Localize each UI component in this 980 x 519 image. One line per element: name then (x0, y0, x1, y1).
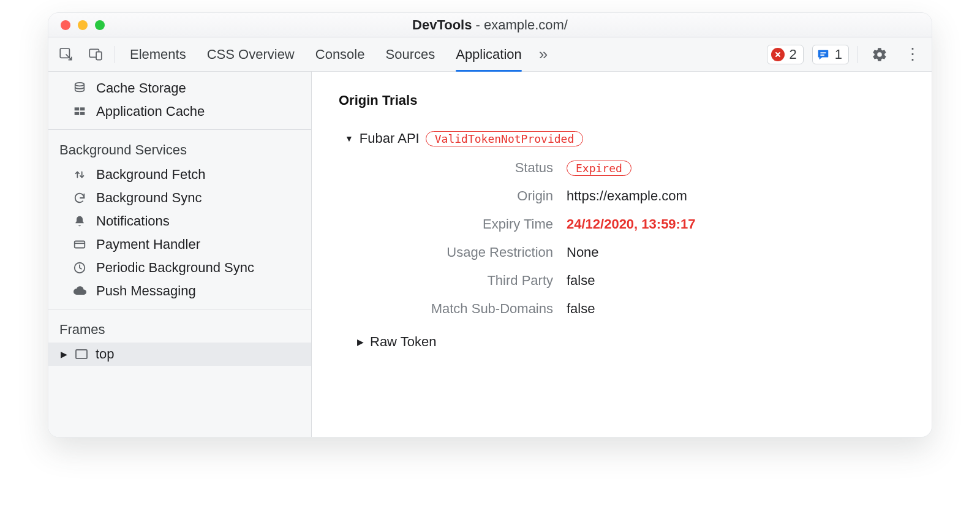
credit-card-icon (72, 237, 88, 252)
sidebar-item-cache-storage[interactable]: Cache Storage (48, 77, 311, 100)
mac-titlebar: DevTools - example.com/ (48, 13, 932, 37)
sidebar-label: Background Fetch (96, 167, 206, 183)
status-value: Expired (567, 160, 905, 176)
expand-triangle-icon: ▶ (357, 338, 364, 346)
clock-icon (72, 260, 88, 276)
bell-icon (72, 213, 88, 229)
sidebar-item-application-cache[interactable]: Application Cache (48, 100, 311, 123)
trial-name: Fubar API (360, 131, 420, 146)
sidebar-item-notifications[interactable]: Notifications (48, 210, 311, 233)
third-party-value: false (567, 273, 905, 289)
sidebar-item-push-messaging[interactable]: Push Messaging (48, 279, 311, 303)
tabs-overflow-icon[interactable]: » (539, 45, 548, 64)
expand-triangle-icon[interactable]: ▶ (61, 350, 67, 358)
messages-badge[interactable]: 1 (812, 45, 849, 64)
origin-value: https://example.com (567, 188, 905, 204)
sidebar-item-background-sync[interactable]: Background Sync (48, 186, 311, 210)
more-menu-icon[interactable]: ⋮ (901, 45, 924, 64)
sidebar-label: Push Messaging (96, 283, 196, 299)
trial-row[interactable]: ▼ Fubar API ValidTokenNotProvided (345, 131, 905, 146)
trial-details: Status Expired Origin https://example.co… (369, 160, 905, 317)
origin-label: Origin (517, 188, 553, 204)
sidebar-label: Background Sync (96, 190, 202, 206)
error-icon (771, 48, 785, 61)
status-label: Status (515, 160, 553, 176)
inspect-element-icon[interactable] (56, 44, 77, 65)
raw-token-label: Raw Token (370, 334, 436, 350)
message-icon (816, 48, 830, 61)
frame-icon (74, 346, 89, 362)
svg-point-5 (75, 83, 85, 86)
cloud-icon (72, 283, 88, 299)
svg-rect-9 (80, 112, 85, 115)
tab-css-overview[interactable]: CSS Overview (207, 37, 295, 71)
sidebar-item-payment-handler[interactable]: Payment Handler (48, 233, 311, 256)
settings-icon[interactable] (867, 47, 892, 63)
svg-rect-4 (820, 55, 824, 56)
application-sidebar: Cache Storage Application Cache Backgrou… (48, 72, 312, 437)
svg-rect-6 (75, 107, 80, 110)
window-title-url: example.com/ (484, 17, 568, 32)
svg-rect-8 (75, 112, 80, 115)
expiry-label: Expiry Time (483, 216, 553, 232)
toolbar-divider (858, 46, 858, 63)
messages-count: 1 (835, 47, 842, 63)
expand-triangle-icon: ▼ (345, 134, 353, 143)
sidebar-label: Periodic Background Sync (96, 260, 254, 276)
sidebar-item-periodic-background-sync[interactable]: Periodic Background Sync (48, 256, 311, 279)
sidebar-label: Notifications (96, 213, 170, 229)
database-icon (72, 80, 88, 96)
tab-sources[interactable]: Sources (385, 37, 435, 71)
toolbar-divider (115, 46, 115, 63)
sidebar-group-background: Background Services (48, 136, 311, 163)
grid-icon (72, 104, 88, 119)
tab-elements[interactable]: Elements (130, 37, 186, 71)
errors-badge[interactable]: 2 (767, 45, 804, 64)
svg-rect-2 (96, 51, 102, 59)
traffic-minimize-icon[interactable] (78, 20, 88, 30)
application-main-panel: Origin Trials ▼ Fubar API ValidTokenNotP… (312, 72, 932, 437)
device-toolbar-icon[interactable] (85, 44, 106, 65)
usage-value: None (567, 244, 905, 260)
svg-rect-3 (820, 52, 826, 53)
frame-label: top (96, 346, 115, 362)
devtools-window: DevTools - example.com/ Elements CSS Ov (48, 12, 932, 438)
expiry-value: 24/12/2020, 13:59:17 (567, 216, 905, 232)
sync-icon (72, 190, 88, 206)
svg-rect-7 (80, 107, 85, 110)
traffic-close-icon[interactable] (61, 20, 70, 30)
window-title-app: DevTools (412, 17, 472, 32)
token-status-pill: ValidTokenNotProvided (426, 131, 584, 146)
raw-token-row[interactable]: ▶ Raw Token (357, 334, 905, 350)
sidebar-group-frames: Frames (48, 316, 311, 343)
sidebar-item-background-fetch[interactable]: Background Fetch (48, 163, 311, 186)
tab-application[interactable]: Application (456, 37, 522, 71)
sidebar-label: Payment Handler (96, 237, 200, 252)
sidebar-label: Cache Storage (96, 80, 186, 96)
errors-count: 2 (790, 47, 797, 63)
third-party-label: Third Party (487, 273, 553, 289)
page-title: Origin Trials (339, 93, 905, 108)
svg-rect-10 (75, 241, 85, 248)
up-down-arrows-icon (72, 167, 88, 183)
main-toolbar: Elements CSS Overview Console Sources Ap… (48, 37, 932, 72)
match-subdomains-value: false (567, 301, 905, 317)
svg-rect-12 (76, 350, 87, 358)
sidebar-item-frame-top[interactable]: ▶ top (48, 343, 311, 366)
traffic-zoom-icon[interactable] (95, 20, 105, 30)
match-subdomains-label: Match Sub-Domains (431, 301, 553, 317)
tab-console[interactable]: Console (315, 37, 365, 71)
sidebar-label: Application Cache (96, 104, 205, 119)
usage-label: Usage Restriction (447, 244, 553, 260)
window-title: DevTools - example.com/ (48, 17, 932, 33)
panel-tabs: Elements CSS Overview Console Sources Ap… (130, 37, 522, 71)
